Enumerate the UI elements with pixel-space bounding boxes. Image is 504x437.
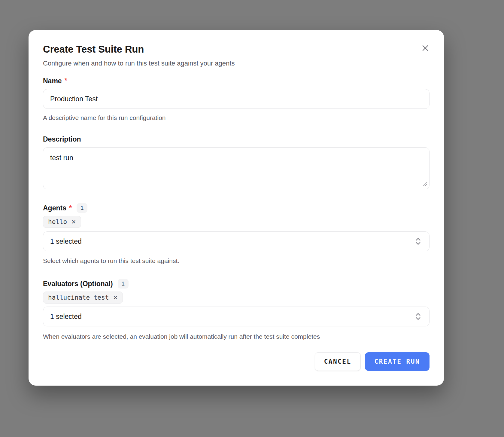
agents-select-value: 1 selected (50, 237, 82, 246)
description-textarea-wrap: test run (43, 147, 430, 189)
dialog-footer: CANCEL CREATE RUN (43, 352, 430, 371)
agents-helper-text: Select which agents to run this test sui… (43, 257, 430, 264)
agents-chips-row: hello ✕ (43, 216, 430, 228)
description-label-row: Description (43, 135, 430, 143)
evaluator-chip-remove-icon[interactable]: ✕ (113, 295, 118, 301)
agents-label-row: Agents * 1 (43, 203, 430, 213)
evaluator-chip: hallucinate test ✕ (43, 292, 123, 304)
description-label: Description (43, 135, 81, 143)
chevrons-up-down-icon (414, 312, 423, 321)
name-label: Name (43, 77, 62, 85)
name-label-row: Name * (43, 77, 430, 85)
name-required-asterisk: * (65, 77, 67, 85)
close-icon (421, 44, 430, 53)
agent-chip-remove-icon[interactable]: ✕ (71, 219, 76, 225)
dialog-title: Create Test Suite Run (43, 44, 430, 55)
evaluators-label-row: Evaluators (Optional) 1 (43, 279, 430, 289)
evaluator-chip-label: hallucinate test (48, 294, 109, 301)
create-run-button[interactable]: CREATE RUN (365, 352, 430, 371)
agent-chip: hello ✕ (43, 216, 81, 228)
agents-count-badge: 1 (77, 203, 88, 213)
name-helper-text: A descriptive name for this run configur… (43, 114, 430, 121)
evaluators-helper-text: When evaluators are selected, an evaluat… (43, 333, 430, 340)
create-test-suite-run-dialog: Create Test Suite Run Configure when and… (29, 30, 444, 386)
evaluators-count-badge: 1 (118, 279, 129, 289)
evaluators-select[interactable]: 1 selected (43, 307, 430, 326)
name-input[interactable] (43, 89, 430, 109)
agents-required-asterisk: * (69, 204, 72, 212)
close-button[interactable] (419, 42, 431, 54)
evaluators-label: Evaluators (Optional) (43, 280, 113, 288)
description-textarea[interactable]: test run (43, 147, 430, 189)
agents-select[interactable]: 1 selected (43, 231, 430, 251)
agent-chip-label: hello (48, 218, 67, 225)
dialog-subtitle: Configure when and how to run this test … (43, 59, 430, 68)
cancel-button[interactable]: CANCEL (315, 352, 361, 371)
agents-label: Agents (43, 204, 66, 212)
evaluators-chips-row: hallucinate test ✕ (43, 292, 430, 304)
evaluators-select-value: 1 selected (50, 313, 82, 321)
chevrons-up-down-icon (414, 237, 423, 246)
